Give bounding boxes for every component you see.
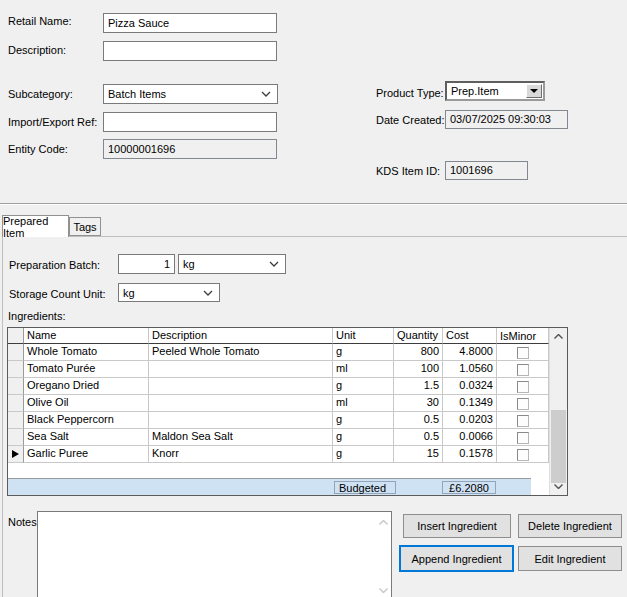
date-created-label: Date Created:	[376, 114, 444, 126]
cell-name[interactable]: Sea Salt	[24, 429, 149, 446]
preparation-batch-unit-value: kg	[183, 258, 195, 270]
delete-ingredient-button[interactable]: Delete Ingredient	[518, 514, 622, 538]
current-row-indicator[interactable]	[8, 446, 24, 463]
table-row[interactable]: Sea SaltMaldon Sea Saltg0.50.0066	[8, 429, 549, 446]
cell-name[interactable]: Oregano Dried	[24, 378, 149, 395]
table-row[interactable]: Black Peppercorng0.50.0203	[8, 412, 549, 429]
budgeted-label: Budgeted	[334, 481, 396, 494]
isminor-checkbox[interactable]	[517, 432, 529, 444]
table-row[interactable]: Tomato Puréeml1001.0560	[8, 361, 549, 378]
tab-prepared-item[interactable]: Prepared Item	[2, 215, 69, 237]
cell-description[interactable]	[149, 395, 333, 412]
column-header-cost[interactable]: Cost	[443, 328, 497, 344]
isminor-checkbox[interactable]	[517, 364, 529, 376]
edit-ingredient-button[interactable]: Edit Ingredient	[518, 546, 622, 571]
subcategory-combo[interactable]: Batch Items	[103, 84, 278, 104]
cell-name[interactable]: Whole Tomato	[24, 344, 149, 361]
cell-description[interactable]	[149, 361, 333, 378]
product-type-combo[interactable]: Prep.Item	[445, 81, 545, 101]
cell-quantity[interactable]: 100	[394, 361, 443, 378]
cell-unit[interactable]: g	[333, 412, 394, 429]
isminor-checkbox[interactable]	[517, 398, 529, 410]
budgeted-value: £6.2080	[442, 481, 496, 494]
cell-quantity[interactable]: 0.5	[394, 429, 443, 446]
cell-quantity[interactable]: 800	[394, 344, 443, 361]
tab-tags[interactable]: Tags	[69, 217, 101, 236]
column-header-isminor[interactable]: IsMinor	[497, 328, 549, 344]
column-header-unit[interactable]: Unit	[333, 328, 394, 344]
cell-unit[interactable]: ml	[333, 395, 394, 412]
cell-quantity[interactable]: 0.5	[394, 412, 443, 429]
storage-count-unit-label: Storage Count Unit:	[9, 288, 106, 300]
preparation-batch-input[interactable]	[118, 254, 175, 274]
table-row[interactable]: Oregano Driedg1.50.0324	[8, 378, 549, 395]
table-row[interactable]: Whole TomatoPeeled Whole Tomatog8004.800…	[8, 344, 549, 361]
column-header-description[interactable]: Description	[149, 328, 333, 344]
cell-name[interactable]: Garlic Puree	[24, 446, 149, 463]
kds-item-id-label: KDS Item ID:	[376, 165, 440, 177]
cell-quantity[interactable]: 1.5	[394, 378, 443, 395]
cell-unit[interactable]: g	[333, 446, 394, 463]
row-header[interactable]	[8, 429, 24, 446]
notes-textarea[interactable]	[37, 511, 392, 597]
retail-name-input[interactable]	[103, 13, 277, 33]
row-header[interactable]	[8, 378, 24, 395]
cell-description[interactable]	[149, 412, 333, 429]
subcategory-value: Batch Items	[108, 88, 166, 100]
cell-isminor	[497, 429, 549, 446]
tab-prepared-item-label: Prepared Item	[3, 215, 68, 239]
isminor-checkbox[interactable]	[517, 347, 529, 359]
cell-cost[interactable]: 0.0066	[443, 429, 497, 446]
cell-quantity[interactable]: 15	[394, 446, 443, 463]
storage-count-unit-value: kg	[123, 287, 135, 299]
cell-unit[interactable]: g	[333, 429, 394, 446]
scrollbar-down-arrow-icon[interactable]	[550, 478, 567, 495]
cell-cost[interactable]: 0.0324	[443, 378, 497, 395]
cell-description[interactable]: Maldon Sea Salt	[149, 429, 333, 446]
storage-count-unit-combo[interactable]: kg	[118, 283, 220, 302]
preparation-batch-unit-combo[interactable]: kg	[178, 254, 286, 274]
scrollbar-up-arrow-icon[interactable]	[550, 328, 567, 345]
table-row[interactable]: Olive Oilml300.1349	[8, 395, 549, 412]
cell-cost[interactable]: 4.8000	[443, 344, 497, 361]
isminor-checkbox[interactable]	[517, 381, 529, 393]
cell-cost[interactable]: 1.0560	[443, 361, 497, 378]
isminor-checkbox[interactable]	[517, 415, 529, 427]
cell-name[interactable]: Olive Oil	[24, 395, 149, 412]
table-row[interactable]: Garlic PureeKnorrg150.1578	[8, 446, 549, 463]
row-header[interactable]	[8, 412, 24, 429]
cell-description[interactable]: Knorr	[149, 446, 333, 463]
cell-description[interactable]: Peeled Whole Tomato	[149, 344, 333, 361]
row-header[interactable]	[8, 344, 24, 361]
dropdown-button[interactable]	[526, 84, 542, 98]
description-input[interactable]	[103, 41, 277, 61]
cell-cost[interactable]: 0.1578	[443, 446, 497, 463]
insert-ingredient-button[interactable]: Insert Ingredient	[403, 514, 511, 538]
import-export-ref-input[interactable]	[103, 112, 277, 132]
append-ingredient-button[interactable]: Append Ingredient	[399, 545, 514, 572]
isminor-checkbox[interactable]	[517, 449, 529, 461]
row-header[interactable]	[8, 395, 24, 412]
ingredients-label: Ingredients:	[8, 310, 65, 322]
entity-code-field: 10000001696	[103, 139, 277, 159]
preparation-batch-label: Preparation Batch:	[9, 259, 100, 271]
column-header-name[interactable]: Name	[24, 328, 149, 344]
cell-isminor	[497, 395, 549, 412]
row-header[interactable]	[8, 361, 24, 378]
cell-isminor	[497, 412, 549, 429]
cell-cost[interactable]: 0.1349	[443, 395, 497, 412]
cell-description[interactable]	[149, 378, 333, 395]
budgeted-summary-row: Budgeted £6.2080	[8, 478, 531, 495]
cell-name[interactable]: Tomato Purée	[24, 361, 149, 378]
column-header-quantity[interactable]: Quantity	[394, 328, 443, 344]
cell-unit[interactable]: g	[333, 378, 394, 395]
cell-name[interactable]: Black Peppercorn	[24, 412, 149, 429]
grid-vertical-scrollbar[interactable]	[549, 328, 567, 495]
product-type-value: Prep.Item	[451, 85, 499, 97]
cell-unit[interactable]: g	[333, 344, 394, 361]
cell-quantity[interactable]: 30	[394, 395, 443, 412]
chevron-down-icon	[269, 261, 279, 267]
cell-cost[interactable]: 0.0203	[443, 412, 497, 429]
scrollbar-thumb[interactable]	[551, 410, 566, 483]
cell-unit[interactable]: ml	[333, 361, 394, 378]
